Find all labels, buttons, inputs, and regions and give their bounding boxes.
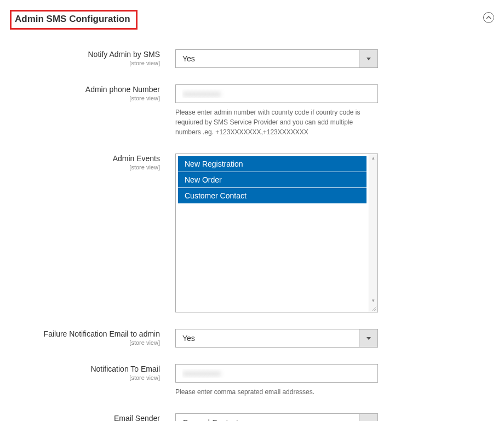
- section-title: Admin SMS Configuration: [10, 10, 138, 30]
- svg-line-0: [372, 306, 376, 311]
- field-admin-phone: Admin phone Number [store view] Please e…: [11, 84, 493, 137]
- label-col: Admin Events [store view]: [11, 153, 175, 170]
- label-col: Notification To Email [store view]: [11, 364, 175, 381]
- notify-email-input[interactable]: [175, 364, 378, 383]
- field-scope: [store view]: [11, 339, 160, 346]
- chevron-up-icon: [486, 16, 491, 19]
- scroll-down-icon: ▾: [369, 297, 377, 304]
- form-area: Notify Admin by SMS [store view] Yes Adm…: [0, 30, 504, 421]
- field-failure-email: Failure Notification Email to admin [sto…: [11, 329, 493, 348]
- select-dropdown-button[interactable]: [359, 414, 377, 421]
- field-notify-admin: Notify Admin by SMS [store view] Yes: [11, 49, 493, 68]
- admin-phone-input[interactable]: [175, 84, 378, 103]
- select-value: General Contact: [176, 414, 359, 421]
- field-label: Failure Notification Email to admin: [11, 329, 160, 339]
- email-sender-select[interactable]: General Contact: [175, 413, 378, 421]
- label-col: Email Sender [store view]: [11, 413, 175, 421]
- select-dropdown-button[interactable]: [359, 329, 377, 347]
- field-hint: Please enter comma seprated email addres…: [175, 387, 378, 397]
- scroll-up-icon: ▴: [369, 154, 377, 162]
- field-label: Admin phone Number: [11, 84, 160, 94]
- label-col: Failure Notification Email to admin [sto…: [11, 329, 175, 346]
- field-label: Notification To Email: [11, 364, 160, 374]
- collapse-toggle[interactable]: [483, 12, 494, 23]
- multiselect-scrollbar[interactable]: ▴ ▾: [369, 154, 377, 312]
- field-label: Admin Events: [11, 153, 160, 163]
- select-value: Yes: [176, 329, 359, 347]
- field-scope: [store view]: [11, 164, 160, 170]
- field-admin-events: Admin Events [store view] New Registrati…: [11, 153, 493, 312]
- multiselect-option[interactable]: New Order: [178, 172, 366, 187]
- chevron-down-icon: [366, 58, 371, 60]
- field-notify-email: Notification To Email [store view] Pleas…: [11, 364, 493, 397]
- field-email-sender: Email Sender [store view] General Contac…: [11, 413, 493, 421]
- field-label: Email Sender: [11, 413, 160, 421]
- multiselect-option[interactable]: Customer Contact: [178, 188, 366, 203]
- select-value: Yes: [176, 50, 359, 67]
- field-scope: [store view]: [11, 374, 160, 381]
- label-col: Admin phone Number [store view]: [11, 84, 175, 101]
- multiselect-items: New Registration New Order Customer Cont…: [176, 154, 369, 312]
- admin-events-multiselect[interactable]: New Registration New Order Customer Cont…: [175, 153, 378, 312]
- field-scope: [store view]: [11, 95, 160, 101]
- label-col: Notify Admin by SMS [store view]: [11, 49, 175, 66]
- notify-admin-select[interactable]: Yes: [175, 49, 378, 68]
- svg-line-1: [374, 309, 376, 311]
- multiselect-option[interactable]: New Registration: [178, 156, 366, 172]
- field-hint: Please enter admin number with counrty c…: [175, 107, 378, 137]
- chevron-down-icon: [366, 337, 371, 340]
- field-label: Notify Admin by SMS: [11, 49, 160, 59]
- failure-email-select[interactable]: Yes: [175, 329, 378, 348]
- field-scope: [store view]: [11, 60, 160, 66]
- select-dropdown-button[interactable]: [359, 50, 377, 67]
- resize-handle-icon: [371, 305, 376, 311]
